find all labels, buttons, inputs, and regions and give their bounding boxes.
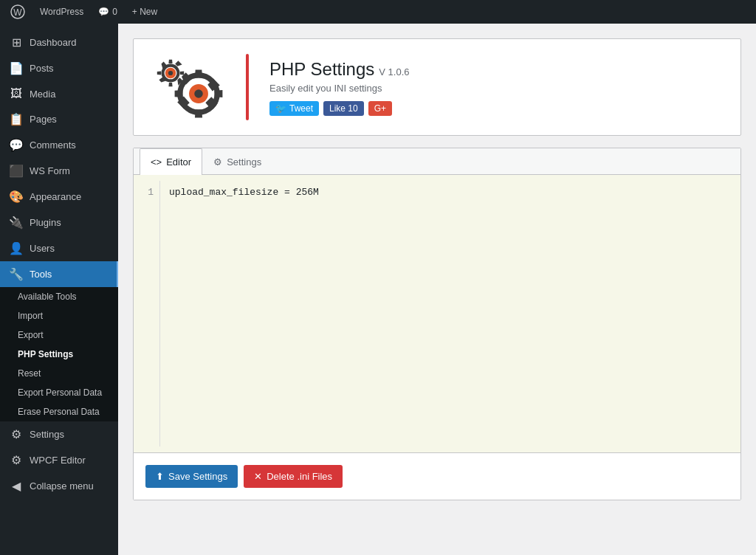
delete-icon: ✕ [254, 471, 262, 482]
gplus-button[interactable]: G+ [368, 101, 392, 116]
twitter-icon: 🐦 [275, 103, 286, 114]
topbar: W WordPress 💬 0 + New [0, 0, 756, 24]
editor-area: 1 upload_max_filesize = 256M [134, 175, 740, 452]
tabs-container: <> Editor ⚙ Settings 1 upload_max_filesi… [133, 148, 741, 500]
tab-settings[interactable]: ⚙ Settings [202, 148, 272, 175]
submenu-item-export[interactable]: Export [0, 325, 118, 345]
save-icon: ⬆ [156, 471, 164, 482]
content-area: PHP Settings V 1.0.6 Easily edit you INI… [118, 24, 756, 555]
sidebar-item-media[interactable]: 🖼 Media [0, 81, 118, 106]
dashboard-icon: ⊞ [9, 35, 24, 49]
sidebar-item-tools[interactable]: 🔧 Tools [0, 261, 118, 287]
sidebar-item-comments[interactable]: 💬 Comments [0, 132, 118, 158]
tools-icon: 🔧 [9, 267, 24, 281]
plugin-logo [151, 54, 225, 120]
line-numbers: 1 [134, 181, 160, 447]
posts-icon: 📄 [9, 61, 24, 75]
tweet-button[interactable]: 🐦 Tweet [269, 101, 319, 116]
svg-text:W: W [13, 7, 22, 18]
comments-button[interactable]: 💬 0 [94, 0, 122, 24]
settings-icon: ⚙ [9, 427, 24, 441]
site-name-button[interactable]: WordPress [35, 0, 88, 24]
sidebar: ⊞ Dashboard 📄 Posts 🖼 Media 📋 Pages 💬 Co… [0, 24, 118, 555]
plugin-header: PHP Settings V 1.0.6 Easily edit you INI… [133, 38, 741, 136]
save-settings-button[interactable]: ⬆ Save Settings [145, 465, 238, 488]
pages-icon: 📋 [9, 112, 24, 126]
comments-icon: 💬 [9, 138, 24, 152]
code-editor: 1 upload_max_filesize = 256M [134, 175, 740, 452]
svg-point-7 [194, 89, 203, 98]
sidebar-item-wpcf[interactable]: ⚙ WPCF Editor [0, 447, 118, 473]
submenu-item-export-personal[interactable]: Export Personal Data [0, 383, 118, 402]
comment-icon: 💬 [98, 7, 109, 17]
wsform-icon: ⬛ [9, 164, 24, 178]
appearance-icon: 🎨 [9, 190, 24, 204]
tabs-header: <> Editor ⚙ Settings [134, 148, 740, 175]
wpcf-icon: ⚙ [9, 453, 24, 467]
delete-ini-button[interactable]: ✕ Delete .ini Files [244, 465, 343, 488]
sidebar-item-posts[interactable]: 📄 Posts [0, 55, 118, 81]
sidebar-item-plugins[interactable]: 🔌 Plugins [0, 210, 118, 235]
plugins-icon: 🔌 [9, 216, 24, 230]
submenu-item-reset[interactable]: Reset [0, 364, 118, 383]
main-layout: ⊞ Dashboard 📄 Posts 🖼 Media 📋 Pages 💬 Co… [0, 24, 756, 555]
action-bar: ⬆ Save Settings ✕ Delete .ini Files [134, 452, 740, 500]
submenu-item-erase-personal[interactable]: Erase Personal Data [0, 402, 118, 421]
like-button[interactable]: Like 10 [323, 101, 364, 116]
gear-large-icon [172, 67, 225, 120]
sidebar-item-collapse[interactable]: ◀ Collapse menu [0, 473, 118, 499]
social-buttons: 🐦 Tweet Like 10 G+ [269, 101, 723, 116]
plugin-title: PHP Settings V 1.0.6 [269, 59, 723, 80]
wp-logo-button[interactable]: W [6, 0, 30, 24]
sidebar-item-pages[interactable]: 📋 Pages [0, 106, 118, 132]
code-textarea[interactable]: upload_max_filesize = 256M [160, 181, 735, 447]
sidebar-item-users[interactable]: 👤 Users [0, 235, 118, 261]
plugin-info: PHP Settings V 1.0.6 Easily edit you INI… [269, 59, 723, 116]
submenu-item-import[interactable]: Import [0, 306, 118, 325]
sidebar-item-settings[interactable]: ⚙ Settings [0, 421, 118, 447]
tab-editor[interactable]: <> Editor [140, 148, 202, 175]
submenu-item-available-tools[interactable]: Available Tools [0, 287, 118, 306]
sidebar-item-dashboard[interactable]: ⊞ Dashboard [0, 30, 118, 55]
collapse-icon: ◀ [9, 479, 24, 493]
new-content-button[interactable]: + New [128, 0, 162, 24]
sidebar-item-appearance[interactable]: 🎨 Appearance [0, 184, 118, 210]
tools-submenu: Available Tools Import Export PHP Settin… [0, 287, 118, 421]
header-divider [246, 54, 249, 120]
settings-gear-icon: ⚙ [213, 156, 222, 168]
media-icon: 🖼 [9, 87, 24, 100]
editor-icon: <> [151, 156, 162, 168]
submenu-item-php-settings[interactable]: PHP Settings [0, 345, 118, 364]
sidebar-item-wsform[interactable]: ⬛ WS Form [0, 158, 118, 184]
users-icon: 👤 [9, 241, 24, 255]
